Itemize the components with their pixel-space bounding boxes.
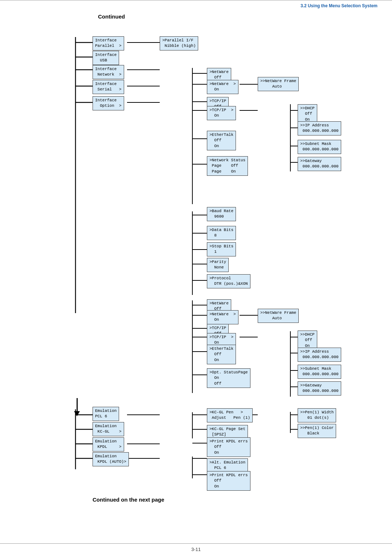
diagram-area: Interface Parallel > Interface USB Inter… [22,26,370,491]
data-bits-box: >Data Bits 8 [207,226,236,240]
parallel-if-box: >Parallel I/F Nibble (high) [160,36,198,50]
emulation-pcl-box: Emulation PCL 6 [93,407,119,421]
interface-usb-box: Interface USB [93,51,119,65]
continued-title: Continued [98,13,370,20]
network-status1-box: >Network Status Page Off Page On [207,156,248,176]
emulation-kpdl-box: Emulation KPDL > [93,437,124,451]
print-kpdl2-box: >Print KPDL errs Off On [207,471,250,491]
gateway2-box: >>Gateway 000.000.000.000 [298,381,341,396]
netware-on1-box: >NetWare > On [207,80,238,94]
interface-main-box: Interface Parallel > [93,36,124,50]
netware-frame1-box: >>NetWare Frame Auto [258,77,299,91]
interface-serial-box: Interface Serial > [93,80,124,94]
subnet1-box: >>Subnet Mask 000.000.000.000 [298,140,341,154]
page-number: 3-11 [191,547,201,552]
print-kpdl1-box: >Print KPDL errs Off On [207,437,250,457]
protocol-box: >Protocol DTR (pos.)&XON [207,274,250,288]
netware-on2-box: >NetWare > On [207,310,238,324]
emulation-kpdlauto-box: Emulation KPDL (AUTO)> [93,452,129,466]
ethertalk2-box: >EtherTalk Off On [207,345,236,364]
parity-box: >Parity None [207,258,229,272]
ethertalk1-box: >EtherTalk Off On [207,131,236,150]
pen1-color-box: >>Pen(1) Color Black [298,424,336,438]
emulation-kcgl-box: Emulation KC-GL > [93,422,124,436]
interface-network-box: Interface Network > [93,65,124,79]
tcp-ip-on1-box: >TCP/IP > On [207,106,236,120]
subnet2-box: >>Subnet Mask 000.000.000.000 [298,365,341,379]
gateway1-box: >>Gateway 000.000.000.000 [298,157,341,171]
arrow-down [74,398,80,416]
kcgl-page-box: >KC-GL Page Set [SPSZ] [207,425,248,439]
interface-option-box: Interface Option > [93,96,124,110]
baud-rate-box: >Baud Rate 9600 [207,207,236,221]
alt-emulation-box: >Alt. Emulation PCL 6 [207,458,248,473]
continued-bottom: Continued on the next page [93,497,164,503]
netware-frame2-box: >>NetWare Frame Auto [258,309,299,323]
ip-addr1-box: >>IP Address 000.000.000.000 [298,121,341,135]
opt-status-box: >Opt. StatusPage On Off [207,368,250,388]
stop-bits-box: >Stop Bits 1 [207,242,236,256]
ip-addr2-box: >>IP Address 000.000.000.000 [298,348,341,362]
section-header: 3.2 Using the Menu Selection System [301,3,377,8]
kcgl-pen-box: >KC-GL Pen > Adjust Pen (1) [207,408,253,422]
pen1-width-box: >>Pen(1) Width 01 dot(s) [298,408,336,422]
